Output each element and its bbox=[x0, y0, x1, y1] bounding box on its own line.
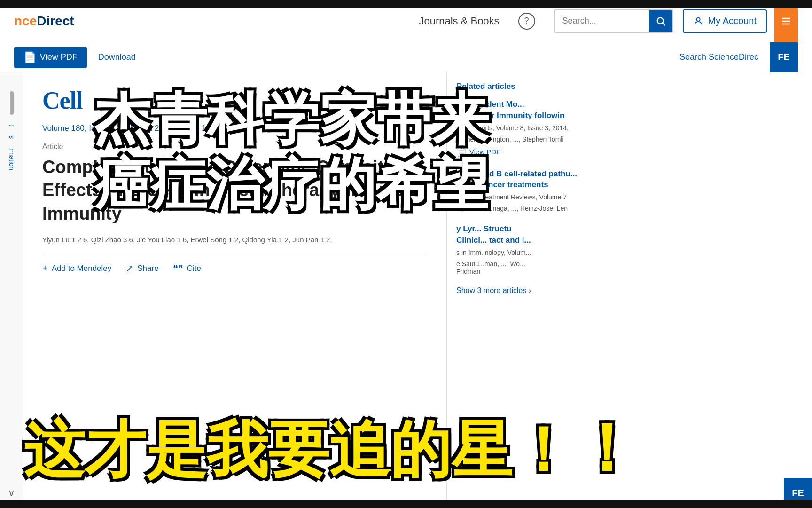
help-icon[interactable]: ? bbox=[518, 13, 535, 30]
pdf-icon-small-1: 📄 bbox=[456, 147, 467, 157]
fe-button[interactable]: FE bbox=[770, 42, 798, 72]
authors-text: Yiyun Lu 1 2 6, Qizi Zhao 3 6, Jie You L… bbox=[42, 236, 332, 244]
right-sidebar: Related articles Independent Mo... Antit… bbox=[446, 72, 644, 508]
article-section: Cell Volume 180, Issue 6, 19 March 2020,… bbox=[23, 72, 446, 508]
related-view-pdf-1[interactable]: 📄 View PDF bbox=[456, 147, 634, 157]
related-article-2: B cell and B cell-related pathu...novel … bbox=[456, 168, 634, 213]
related-article-meta-2: Cancer Treatment Reviews, Volume 7 bbox=[456, 193, 634, 201]
chevron-down-icon[interactable]: ∨ bbox=[8, 487, 15, 499]
related-article-authors-3: e Sautu...man, ..., Wo...Fridman bbox=[456, 260, 634, 275]
toolbar: 📄 View PDF Download Search ScienceDirec … bbox=[0, 42, 812, 72]
view-pdf-label: View PDF bbox=[40, 52, 78, 62]
cell-logo: Cell bbox=[42, 87, 428, 114]
article-type: Article bbox=[42, 143, 428, 151]
article-title: Complement Signals Determine Opposite Ef… bbox=[42, 156, 428, 225]
my-account-button[interactable]: My Account bbox=[683, 9, 767, 33]
main-container: t s rmation ∨ Cell Volume 180, Issue 6, … bbox=[0, 72, 812, 508]
pdf-icon: 📄 bbox=[23, 51, 36, 64]
related-article-title-1[interactable]: Independent Mo... Antitumor Immunity fol… bbox=[456, 99, 634, 121]
related-article-authors-1: Michelle Elvington, ..., Stephen Tomli bbox=[456, 135, 634, 143]
svg-line-1 bbox=[663, 23, 665, 25]
black-bar-top bbox=[0, 0, 812, 8]
cite-label: Cite bbox=[187, 264, 201, 273]
my-account-label: My Account bbox=[708, 16, 757, 26]
related-article-title-2[interactable]: B cell and B cell-related pathu...novel … bbox=[456, 168, 634, 191]
volume-info[interactable]: Volume 180, Issue 6, 19 March 2020, Page… bbox=[42, 124, 428, 133]
left-nav-item-3[interactable]: rmation bbox=[8, 148, 16, 170]
action-bar: + Add to Mendeley ⤢ Share ❝❞ Cite bbox=[42, 255, 428, 282]
related-articles-title: Related articles bbox=[456, 82, 634, 91]
share-button[interactable]: ⤢ Share bbox=[125, 263, 158, 274]
logo: nceDirect bbox=[14, 14, 74, 29]
add-mendeley-button[interactable]: + Add to Mendeley bbox=[42, 263, 111, 274]
related-article-authors-2: Ryuma Tokunaga, ..., Heinz-Josef Len bbox=[456, 205, 634, 212]
search-button[interactable] bbox=[649, 9, 672, 33]
view-pdf-button[interactable]: 📄 View PDF bbox=[14, 47, 87, 68]
left-nav-item-2[interactable]: s bbox=[8, 135, 16, 139]
nav-center: Journals & Books ? bbox=[419, 13, 535, 30]
logo-area: nceDirect bbox=[14, 14, 74, 29]
svg-point-2 bbox=[696, 17, 700, 21]
search-sciencedirect-link[interactable]: Search ScienceDirec bbox=[679, 52, 758, 62]
related-article-1: Independent Mo... Antitumor Immunity fol… bbox=[456, 99, 634, 157]
cite-button[interactable]: ❝❞ Cite bbox=[173, 263, 201, 274]
related-article-title-3[interactable]: y Lyr... StructuClinicl... tact and l... bbox=[456, 223, 634, 246]
share-label: Share bbox=[137, 264, 158, 273]
search-bar bbox=[554, 9, 673, 33]
authors: Yiyun Lu 1 2 6, Qizi Zhao 3 6, Jie You L… bbox=[42, 235, 428, 246]
related-article-meta-1: Cell Reports, Volume 8, Issue 3, 2014, bbox=[456, 124, 634, 132]
cite-icon: ❝❞ bbox=[173, 263, 183, 274]
related-article-meta-3: s in Imm..nology, Volum... bbox=[456, 249, 634, 256]
svg-point-0 bbox=[657, 17, 663, 24]
related-article-3: y Lyr... StructuClinicl... tact and l...… bbox=[456, 223, 634, 275]
search-input[interactable] bbox=[555, 16, 649, 26]
journals-books-link[interactable]: Journals & Books bbox=[419, 15, 499, 27]
plus-icon: + bbox=[42, 263, 48, 274]
left-sidebar: t s rmation ∨ bbox=[0, 72, 23, 508]
share-icon: ⤢ bbox=[125, 263, 133, 274]
left-nav-item-1[interactable]: t bbox=[8, 124, 16, 126]
download-button[interactable]: Download bbox=[98, 52, 136, 62]
show-more-button[interactable]: Show 3 more articles › bbox=[456, 286, 634, 295]
black-bar-bottom bbox=[0, 500, 812, 508]
scrollbar-thumb[interactable] bbox=[10, 91, 14, 115]
add-mendeley-label: Add to Mendeley bbox=[52, 264, 112, 273]
related-pdf-label-1: View PDF bbox=[469, 148, 500, 156]
